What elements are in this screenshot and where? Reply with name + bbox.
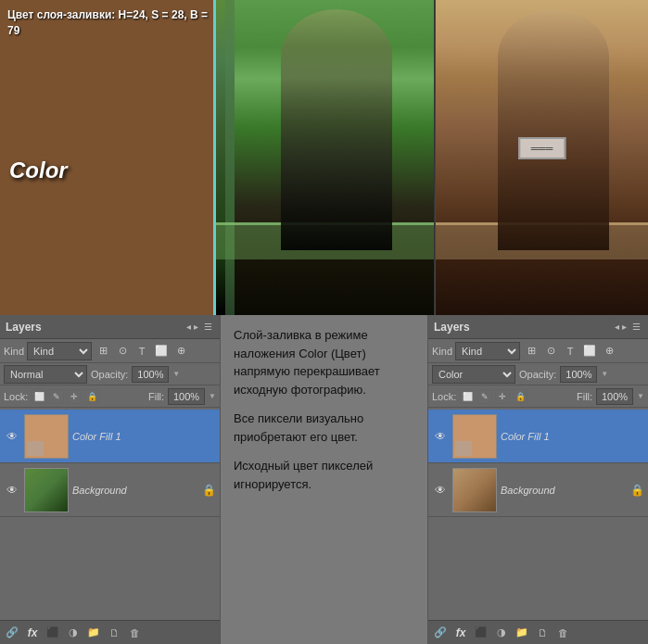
left-layer-colorfill-visibility[interactable]: 👁: [4, 428, 20, 445]
explain-paragraph1: Слой-заливка в режиме наложения Color (Ц…: [234, 326, 414, 398]
right-fill-label: Fill:: [577, 391, 592, 402]
right-layer-background-name: Background: [501, 485, 627, 496]
right-filter-icon2[interactable]: ⊙: [542, 343, 559, 360]
left-panel-arrows: ◂ ▸: [186, 322, 198, 332]
left-footer-adjustment-icon[interactable]: ◑: [65, 625, 82, 641]
right-lock-icons: ⬜ ✎ ✛ 🔒: [460, 389, 527, 404]
left-blend-row: Normal Color Opacity: 100% ▼: [0, 363, 220, 385]
left-footer-group-icon[interactable]: 📁: [85, 625, 102, 641]
right-filter-icon3[interactable]: T: [562, 343, 578, 360]
right-lock-position[interactable]: ✛: [495, 389, 510, 404]
right-layer-background-visibility[interactable]: 👁: [432, 482, 449, 499]
right-filter-icon5[interactable]: ⊕: [601, 343, 617, 360]
right-blend-select[interactable]: Normal Color: [432, 365, 515, 384]
right-filter-icon4[interactable]: ⬜: [581, 343, 598, 360]
left-layer-colorfill[interactable]: 👁 Color Fill 1: [0, 410, 220, 463]
right-layer-colorfill-name: Color Fill 1: [501, 431, 644, 442]
left-layers-panel: Layers ◂ ▸ ☰ Kind Kind ⊞ ⊙ T ⬜ ⊕ Normal …: [0, 315, 221, 644]
left-panel-footer: 🔗 fx ⬛ ◑ 📁 🗋 🗑: [0, 620, 220, 644]
right-panel-title: Layers: [434, 321, 470, 334]
left-layer-colorfill-thumb: [24, 414, 69, 459]
right-footer-group-icon[interactable]: 📁: [514, 625, 530, 641]
left-fill-label: Fill:: [148, 391, 164, 402]
right-footer-delete-icon[interactable]: 🗑: [554, 625, 571, 641]
right-footer-adjustment-icon[interactable]: ◑: [493, 625, 510, 641]
right-layer-background-lock: 🔒: [630, 484, 644, 497]
explain-paragraph2: Все пиксели визуально приобретают его цв…: [234, 410, 414, 446]
left-lock-pixels[interactable]: ✎: [49, 389, 64, 404]
right-layer-background[interactable]: 👁 Background 🔒: [428, 463, 648, 517]
left-opacity-input[interactable]: 100%: [132, 366, 169, 383]
left-layer-background-lock: 🔒: [202, 484, 216, 497]
right-lock-all[interactable]: 🔒: [513, 389, 527, 404]
right-kind-label: Kind: [432, 346, 452, 357]
left-kind-select[interactable]: Kind: [27, 342, 92, 360]
color-label: Color: [9, 158, 68, 183]
bottom-section: Layers ◂ ▸ ☰ Kind Kind ⊞ ⊙ T ⬜ ⊕ Normal …: [0, 315, 648, 644]
right-panel-controls: ◂ ▸ ☰: [615, 322, 642, 332]
right-lock-label: Lock:: [432, 391, 456, 402]
right-image-area: ═══: [435, 0, 648, 315]
color-fill-preview: Цвет слоя-заливки: H=24, S = 28, B = 79 …: [0, 0, 213, 315]
left-filter-icon2[interactable]: ⊙: [114, 343, 131, 360]
left-filter-icon5[interactable]: ⊕: [172, 343, 189, 360]
left-fill-input[interactable]: 100%: [168, 388, 205, 405]
right-panel-header: Layers ◂ ▸ ☰: [428, 315, 648, 339]
left-filter-icon4[interactable]: ⬜: [153, 343, 170, 360]
right-filter-icon1[interactable]: ⊞: [523, 343, 540, 360]
right-layer-colorfill-visibility[interactable]: 👁: [432, 428, 449, 445]
left-fill-chevron: ▼: [209, 392, 216, 400]
sepia-overlay-icon: ═══: [518, 137, 565, 159]
woman-color-photo: [216, 0, 434, 315]
right-layer-colorfill-thumb: [452, 414, 497, 459]
center-text-panel: Слой-заливка в режиме наложения Color (Ц…: [221, 315, 427, 644]
left-layer-background-visibility[interactable]: 👁: [4, 482, 20, 499]
left-lock-transparency[interactable]: ⬜: [32, 389, 46, 404]
left-panel-controls: ◂ ▸ ☰: [186, 322, 214, 332]
right-footer-fx-icon[interactable]: fx: [452, 625, 469, 641]
left-filter-icon1[interactable]: ⊞: [95, 343, 111, 360]
left-layers-list: 👁 Color Fill 1 👁 Background 🔒: [0, 408, 220, 620]
right-footer-link-icon[interactable]: 🔗: [432, 625, 449, 641]
left-blend-select[interactable]: Normal Color: [4, 365, 87, 384]
right-footer-mask-icon[interactable]: ⬛: [473, 625, 489, 641]
left-layer-colorfill-name: Color Fill 1: [72, 431, 216, 442]
right-layers-panel: Layers ◂ ▸ ☰ Kind Kind ⊞ ⊙ T ⬜ ⊕ Normal …: [427, 315, 648, 644]
right-layers-list: 👁 Color Fill 1 👁 Background 🔒: [428, 408, 648, 620]
woman-sepia-photo: ═══: [436, 0, 648, 315]
right-footer-new-icon[interactable]: 🗋: [534, 625, 551, 641]
left-layer-background-thumb: [24, 468, 69, 512]
right-lock-transparency[interactable]: ⬜: [460, 389, 475, 404]
left-panel-menu-btn[interactable]: ☰: [202, 322, 214, 332]
right-toolbar-row: Kind Kind ⊞ ⊙ T ⬜ ⊕: [428, 339, 648, 363]
left-opacity-label: Opacity:: [91, 369, 128, 380]
right-opacity-chevron: ▼: [601, 370, 608, 378]
right-layer-thumb-inner: [455, 441, 472, 456]
left-footer-fx-icon[interactable]: fx: [24, 625, 41, 641]
right-panel-footer: 🔗 fx ⬛ ◑ 📁 🗋 🗑: [428, 620, 648, 644]
left-lock-icons: ⬜ ✎ ✛ 🔒: [32, 389, 99, 404]
explain-paragraph3: Исходный цвет пикселей игнорируется.: [234, 457, 414, 493]
left-panel-header: Layers ◂ ▸ ☰: [0, 315, 220, 339]
right-panel-menu-btn[interactable]: ☰: [630, 322, 642, 332]
left-footer-new-icon[interactable]: 🗋: [106, 625, 122, 641]
left-layer-background[interactable]: 👁 Background 🔒: [0, 463, 220, 517]
left-filter-icon3[interactable]: T: [133, 343, 150, 360]
left-lock-all[interactable]: 🔒: [84, 389, 99, 404]
left-lock-row: Lock: ⬜ ✎ ✛ 🔒 Fill: 100% ▼: [0, 385, 220, 408]
left-panel-title: Layers: [6, 321, 42, 334]
left-toolbar-row: Kind Kind ⊞ ⊙ T ⬜ ⊕: [0, 339, 220, 363]
right-fill-input[interactable]: 100%: [596, 388, 633, 405]
right-blend-row: Normal Color Opacity: 100% ▼: [428, 363, 648, 385]
left-kind-label: Kind: [4, 346, 24, 357]
color-info-text: Цвет слоя-заливки: H=24, S = 28, B = 79: [7, 7, 213, 39]
left-footer-delete-icon[interactable]: 🗑: [126, 625, 143, 641]
right-layer-colorfill[interactable]: 👁 Color Fill 1: [428, 410, 648, 463]
left-lock-position[interactable]: ✛: [67, 389, 82, 404]
left-footer-mask-icon[interactable]: ⬛: [44, 625, 61, 641]
right-kind-select[interactable]: Kind: [455, 342, 520, 360]
right-opacity-input[interactable]: 100%: [560, 366, 597, 383]
right-lock-pixels[interactable]: ✎: [477, 389, 492, 404]
left-footer-link-icon[interactable]: 🔗: [4, 625, 20, 641]
right-layer-background-thumb: [452, 468, 497, 512]
